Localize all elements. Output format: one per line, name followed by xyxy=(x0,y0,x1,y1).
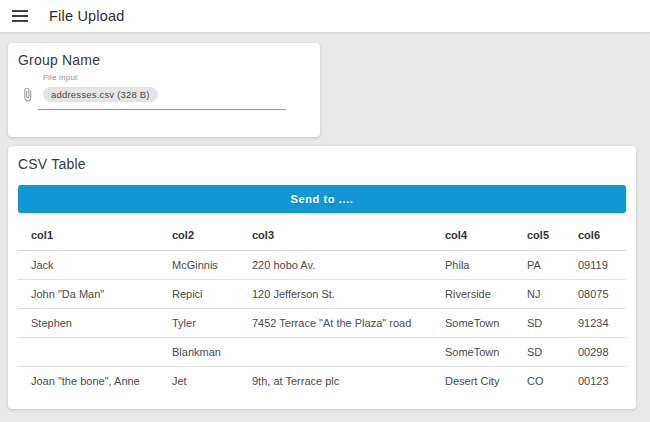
table-cell: 00123 xyxy=(565,366,626,395)
csv-card-title: CSV Table xyxy=(18,156,626,172)
table-row: StephenTyler7452 Terrace "At the Plaza" … xyxy=(18,308,626,337)
table-header-cell[interactable]: col5 xyxy=(514,221,565,250)
table-header-row: col1col2col3col4col5col6 xyxy=(18,221,626,250)
table-cell: 220 hobo Av. xyxy=(239,250,432,279)
table-header-cell[interactable]: col1 xyxy=(18,221,159,250)
table-cell: Jet xyxy=(159,366,239,395)
table-cell: 91234 xyxy=(565,308,626,337)
table-cell: Tyler xyxy=(159,308,239,337)
app-bar: File Upload xyxy=(0,0,650,33)
page-content: Group Name File input addresses.csv (328… xyxy=(0,33,650,409)
paperclip-icon xyxy=(18,87,36,102)
table-cell: 120 Jefferson St. xyxy=(239,279,432,308)
table-cell: SD xyxy=(514,337,565,366)
table-cell: SomeTown xyxy=(432,337,514,366)
table-cell: 08075 xyxy=(565,279,626,308)
table-cell: Blankman xyxy=(159,337,239,366)
table-cell: Riverside xyxy=(432,279,514,308)
table-cell xyxy=(239,337,432,366)
table-cell: NJ xyxy=(514,279,565,308)
table-cell xyxy=(18,337,159,366)
table-header-cell[interactable]: col4 xyxy=(432,221,514,250)
table-cell: Jack xyxy=(18,250,159,279)
table-cell: Phila xyxy=(432,250,514,279)
table-cell: PA xyxy=(514,250,565,279)
csv-table: col1col2col3col4col5col6 JackMcGinnis220… xyxy=(18,221,626,395)
page-title: File Upload xyxy=(49,8,125,24)
file-chip[interactable]: addresses.csv (328 B) xyxy=(43,87,158,102)
table-cell: 00298 xyxy=(565,337,626,366)
group-name-card: Group Name File input addresses.csv (328… xyxy=(8,43,320,137)
table-cell: 09119 xyxy=(565,250,626,279)
table-header-cell[interactable]: col2 xyxy=(159,221,239,250)
table-cell: Joan "the bone", Anne xyxy=(18,366,159,395)
table-row: Joan "the bone", AnneJet9th, at Terrace … xyxy=(18,366,626,395)
table-cell: CO xyxy=(514,366,565,395)
table-row: John "Da Man"Repici120 Jefferson St.Rive… xyxy=(18,279,626,308)
send-button[interactable]: Send to .... xyxy=(18,185,626,213)
file-input[interactable]: File input addresses.csv (328 B) xyxy=(38,73,286,110)
table-cell: Desert City xyxy=(432,366,514,395)
table-cell: 7452 Terrace "At the Plaza" road xyxy=(239,308,432,337)
table-cell: Repici xyxy=(159,279,239,308)
group-card-title: Group Name xyxy=(18,52,310,68)
table-row: JackMcGinnis220 hobo Av.PhilaPA09119 xyxy=(18,250,626,279)
table-cell: SD xyxy=(514,308,565,337)
table-cell: John "Da Man" xyxy=(18,279,159,308)
table-header-cell[interactable]: col6 xyxy=(565,221,626,250)
table-header-cell[interactable]: col3 xyxy=(239,221,432,250)
csv-table-card: CSV Table Send to .... col1col2col3col4c… xyxy=(8,146,636,409)
file-input-label: File input xyxy=(43,73,286,82)
table-cell: Stephen xyxy=(18,308,159,337)
table-cell: SomeTown xyxy=(432,308,514,337)
table-cell: McGinnis xyxy=(159,250,239,279)
table-cell: 9th, at Terrace plc xyxy=(239,366,432,395)
file-input-row: File input addresses.csv (328 B) xyxy=(18,73,310,110)
table-row: BlankmanSomeTownSD00298 xyxy=(18,337,626,366)
hamburger-menu-icon[interactable] xyxy=(12,7,34,25)
